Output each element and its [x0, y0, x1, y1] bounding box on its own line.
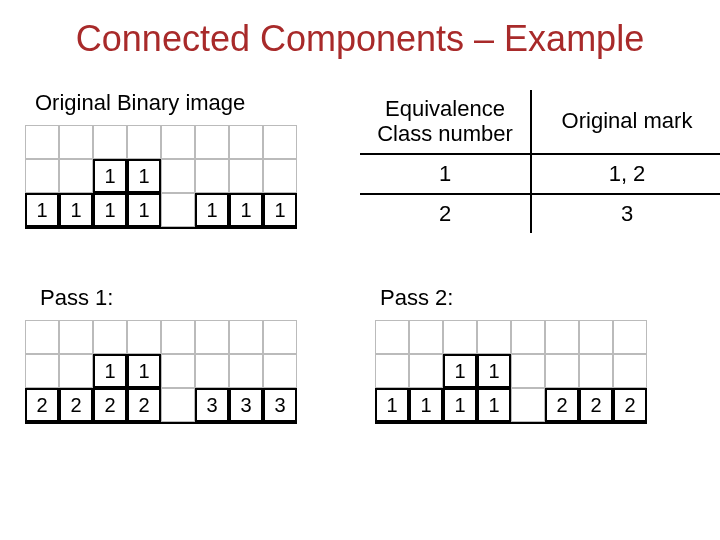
grid-cell: 2	[59, 388, 93, 422]
grid-cell: 2	[127, 388, 161, 422]
grid-cell: 1	[443, 354, 477, 388]
grid-cell: 2	[93, 388, 127, 422]
eq-row0-ecn: 1	[360, 155, 532, 193]
grid-cell	[59, 159, 93, 193]
eq-header-ecn: Equivalence Class number	[360, 90, 532, 153]
grid-cell	[59, 354, 93, 388]
equivalence-table: Equivalence Class number Original mark 1…	[360, 90, 720, 233]
grid-cell: 1	[409, 388, 443, 422]
grid-cell	[229, 354, 263, 388]
grid-cell: 3	[195, 388, 229, 422]
label-pass1: Pass 1:	[40, 285, 113, 311]
grid-cell	[161, 388, 195, 422]
grid-cell: 1	[263, 193, 297, 227]
grid-cell: 1	[25, 193, 59, 227]
grid-cell	[263, 125, 297, 159]
grid-cell	[161, 354, 195, 388]
grid-cell	[93, 125, 127, 159]
grid-cell	[511, 354, 545, 388]
eq-row0-om: 1, 2	[532, 155, 720, 193]
eq-row1-om: 3	[532, 195, 720, 233]
grid-cell	[477, 320, 511, 354]
grid-cell	[545, 320, 579, 354]
grid-cell: 1	[195, 193, 229, 227]
grid-cell	[59, 320, 93, 354]
grid-cell: 1	[93, 159, 127, 193]
grid-cell	[229, 125, 263, 159]
grid-cell: 1	[127, 193, 161, 227]
grid-cell: 2	[613, 388, 647, 422]
grid-cell	[25, 320, 59, 354]
grid-cell: 1	[477, 354, 511, 388]
grid-cell	[263, 354, 297, 388]
grid-cell: 2	[579, 388, 613, 422]
grid-cell	[195, 354, 229, 388]
grid-cell: 1	[127, 354, 161, 388]
grid-cell: 2	[545, 388, 579, 422]
grid-cell	[229, 159, 263, 193]
label-pass2: Pass 2:	[380, 285, 453, 311]
grid-cell	[613, 320, 647, 354]
label-original: Original Binary image	[35, 90, 245, 116]
grid-cell	[511, 388, 545, 422]
grid-cell	[161, 125, 195, 159]
grid-cell	[613, 354, 647, 388]
grid-cell	[25, 354, 59, 388]
grid-cell	[579, 320, 613, 354]
grid-cell	[511, 320, 545, 354]
grid-cell	[127, 320, 161, 354]
grid-cell	[263, 159, 297, 193]
grid-cell	[161, 320, 195, 354]
grid-cell	[161, 159, 195, 193]
grid-cell: 3	[229, 388, 263, 422]
grid-cell: 1	[229, 193, 263, 227]
grid-cell	[229, 320, 263, 354]
grid-cell: 3	[263, 388, 297, 422]
grid-cell	[195, 159, 229, 193]
grid-cell	[375, 354, 409, 388]
grid-cell: 1	[93, 354, 127, 388]
grid-cell	[579, 354, 613, 388]
grid-cell: 1	[477, 388, 511, 422]
page-title: Connected Components – Example	[0, 0, 720, 60]
grid-cell	[161, 193, 195, 227]
grid-cell: 2	[25, 388, 59, 422]
grid-cell	[263, 320, 297, 354]
grid-cell	[93, 320, 127, 354]
grid-cell: 1	[93, 193, 127, 227]
eq-header-om: Original mark	[532, 90, 720, 153]
grid-cell	[409, 354, 443, 388]
grid-cell	[409, 320, 443, 354]
grid-cell	[195, 125, 229, 159]
grid-cell	[25, 159, 59, 193]
grid-cell: 1	[375, 388, 409, 422]
grid-cell	[195, 320, 229, 354]
grid-cell: 1	[59, 193, 93, 227]
grid-cell	[375, 320, 409, 354]
grid-cell	[25, 125, 59, 159]
grid-cell	[59, 125, 93, 159]
grid-cell	[127, 125, 161, 159]
grid-cell	[443, 320, 477, 354]
grid-pass2: 111111222	[375, 320, 647, 422]
grid-cell	[545, 354, 579, 388]
grid-cell: 1	[443, 388, 477, 422]
eq-row1-ecn: 2	[360, 195, 532, 233]
grid-cell: 1	[127, 159, 161, 193]
grid-original: 111111111	[25, 125, 297, 227]
grid-pass1: 112222333	[25, 320, 297, 422]
